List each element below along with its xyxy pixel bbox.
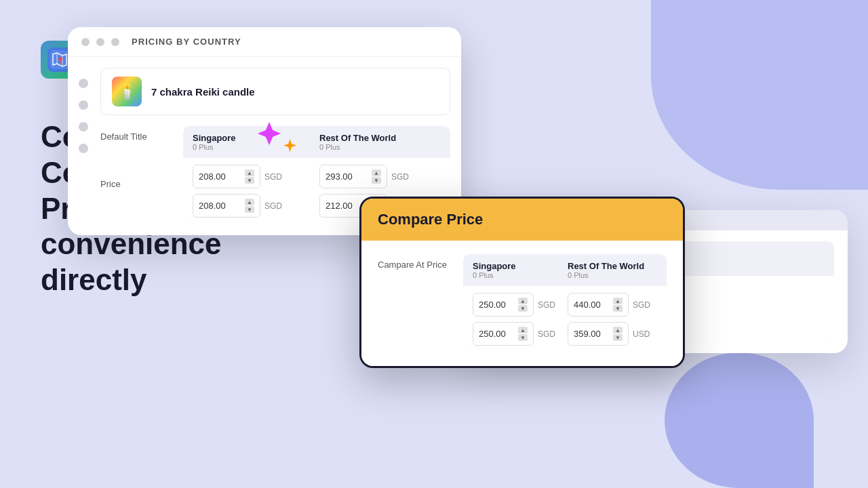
compare-row-2: 250.00 ▲ ▼ SGD 359.00 — [473, 322, 657, 346]
compare-sg-2: 250.00 ▲ ▼ SGD — [473, 322, 562, 346]
pricing-labels: Default Title Price — [100, 126, 175, 208]
default-title-label: Default Title — [100, 131, 175, 142]
compare-price-popup: Compare Price Campare At Price Singapore… — [359, 197, 685, 368]
compare-inputs: 250.00 ▲ ▼ SGD 440.00 — [463, 286, 667, 352]
pricing-header: Singapore 0 Plus Rest Of The World 0 Plu… — [183, 126, 450, 158]
compare-popup-header: Compare Price — [361, 199, 683, 241]
compare-sg-1: 250.00 ▲ ▼ SGD — [473, 293, 562, 317]
stepper-up[interactable]: ▲ — [245, 199, 254, 205]
compare-row-stepper-1[interactable]: ▲ ▼ — [613, 298, 623, 312]
compare-at-price-label: Campare At Price — [378, 254, 452, 270]
traffic-light-2 — [96, 38, 104, 46]
row-stepper-1[interactable]: ▲ ▼ — [372, 169, 381, 184]
traffic-light-1 — [81, 38, 90, 46]
sg-price-input-1[interactable]: 208.00 ▲ ▼ — [193, 165, 260, 188]
compare-row-1: 250.00 ▲ ▼ SGD 440.00 — [473, 293, 657, 317]
stepper-down[interactable]: ▼ — [372, 177, 381, 184]
compare-table-header: Singapore 0 Plus Rest Of The World 0 Plu… — [463, 254, 667, 286]
sg-price-2: 208.00 ▲ ▼ SGD — [193, 194, 314, 218]
row-price-input-1[interactable]: 293.00 ▲ ▼ — [319, 165, 387, 188]
svg-marker-4 — [283, 139, 296, 152]
compare-row-currency-2: USD — [633, 329, 650, 339]
window-title-text: PRICING BY COUNTRY — [132, 37, 241, 47]
compare-popup-body: Campare At Price Singapore 0 Plus Rest O… — [361, 241, 683, 366]
stepper-up[interactable]: ▲ — [372, 169, 381, 176]
sparkle-decoration — [251, 119, 305, 176]
compare-sg-col-header: Singapore 0 Plus — [473, 261, 562, 279]
compare-sg-currency-2: SGD — [538, 329, 555, 339]
compare-sg-stepper-2[interactable]: ▲ ▼ — [518, 327, 528, 341]
row-price-1: 293.00 ▲ ▼ SGD — [319, 165, 441, 188]
sg-stepper-2[interactable]: ▲ ▼ — [245, 199, 254, 213]
product-name: 7 chakra Reiki candle — [151, 86, 255, 98]
compare-content-row: Campare At Price Singapore 0 Plus Rest O… — [378, 254, 667, 352]
compare-pricing-table: Singapore 0 Plus Rest Of The World 0 Plu… — [463, 254, 667, 352]
side-radio-4[interactable] — [79, 144, 88, 153]
compare-row-col-header: Rest Of The World 0 Plus — [568, 261, 657, 279]
product-row: 🕯️ 7 chakra Reiki candle — [100, 68, 450, 115]
window-titlebar: PRICING BY COUNTRY — [68, 27, 461, 57]
rest-world-col-header: Rest Of The World 0 Plus — [319, 133, 441, 151]
compare-sg-stepper-1[interactable]: ▲ ▼ — [518, 298, 528, 312]
compare-row-input-1[interactable]: 440.00 ▲ ▼ — [568, 293, 629, 317]
compare-row-price-2: 359.00 ▲ ▼ USD — [568, 322, 657, 346]
compare-sg-currency-1: SGD — [538, 300, 555, 310]
compare-sg-input-1[interactable]: 250.00 ▲ ▼ — [473, 293, 534, 317]
price-row-1: 208.00 ▲ ▼ SGD 293.00 — [193, 165, 441, 188]
compare-sg-input-2[interactable]: 250.00 ▲ ▼ — [473, 322, 534, 346]
compare-row-stepper-2[interactable]: ▲ ▼ — [613, 327, 623, 341]
sg-price-input-2[interactable]: 208.00 ▲ ▼ — [193, 194, 260, 218]
compare-row-1: 440.00 ▲ ▼ SGD — [568, 293, 657, 317]
bg-blob-bottom — [665, 352, 814, 488]
stepper-down[interactable]: ▼ — [245, 206, 254, 213]
bg-blob-top — [651, 0, 868, 190]
stepper-down[interactable]: ▼ — [245, 177, 254, 184]
price-label: Price — [100, 179, 175, 189]
svg-point-2 — [58, 57, 62, 61]
side-radio-2[interactable] — [79, 100, 88, 110]
side-radio-3[interactable] — [79, 122, 88, 131]
traffic-light-3 — [111, 38, 119, 46]
compare-row-input-2[interactable]: 359.00 ▲ ▼ — [568, 322, 629, 346]
compare-row-currency-1: SGD — [633, 300, 650, 310]
side-radio-1[interactable] — [79, 79, 88, 88]
svg-marker-3 — [258, 122, 281, 145]
product-thumbnail: 🕯️ — [112, 77, 142, 106]
compare-popup-title: Compare Price — [378, 211, 483, 228]
